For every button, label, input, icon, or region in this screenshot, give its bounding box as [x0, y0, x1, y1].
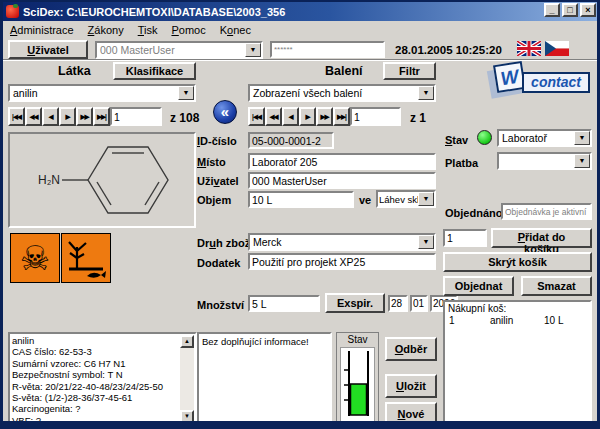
- user-button[interactable]: Uživatel: [8, 40, 88, 59]
- info-line: Sumární vzorec: C6 H7 N1: [12, 358, 193, 369]
- environment-hazard-icon: [61, 233, 111, 283]
- klasifikace-button[interactable]: Klasifikace: [113, 62, 196, 80]
- fast-next-icon[interactable]: ▶▶: [76, 107, 93, 126]
- collapse-panel-icon[interactable]: «: [213, 100, 237, 124]
- info-line: Karcinogenita: ?: [12, 403, 193, 414]
- dodatek-label: Dodatek: [197, 257, 240, 269]
- first-record-icon[interactable]: |◀◀: [8, 107, 25, 126]
- objednano-field: [501, 203, 592, 220]
- uzivatel-field[interactable]: [248, 172, 436, 189]
- user-combo-value: 000 MasterUser: [97, 43, 245, 57]
- substance-combo[interactable]: anilin ▼: [8, 84, 196, 102]
- nove-button[interactable]: Nové: [385, 402, 437, 426]
- substance-info-list[interactable]: anilin CAS číslo: 62-53-3 Sumární vzorec…: [8, 332, 197, 426]
- platba-combo-value: [499, 154, 574, 168]
- english-flag-icon[interactable]: [517, 41, 541, 58]
- gauge-title: Stav: [337, 333, 378, 345]
- note-area[interactable]: Bez doplňující informace!: [197, 332, 332, 426]
- container-combo[interactable]: Láhev sklo ▼: [376, 190, 436, 208]
- hide-cart-button[interactable]: Skrýt košík: [443, 252, 592, 272]
- objednano-label: Objednáno: [445, 207, 502, 219]
- prev-record-icon[interactable]: ◀: [42, 107, 59, 126]
- scroll-up-icon[interactable]: ▲: [180, 335, 194, 348]
- wcontact-logo: W contact: [487, 60, 593, 102]
- packaging-record-index[interactable]: [350, 107, 401, 126]
- menu-konec[interactable]: Konec: [213, 23, 258, 37]
- czech-flag-icon[interactable]: [545, 41, 569, 58]
- scroll-down-icon[interactable]: ▼: [180, 410, 194, 423]
- latka-section-title: Látka: [58, 64, 91, 78]
- substance-combo-value: anilin: [10, 86, 178, 100]
- info-line: VBF: ?: [12, 415, 193, 426]
- odber-button[interactable]: Odběr: [385, 337, 437, 361]
- dodatek-field[interactable]: [248, 253, 436, 270]
- cylinder-gauge-icon: [341, 348, 375, 424]
- chevron-down-icon[interactable]: ▼: [418, 86, 434, 100]
- status-indicator-icon: [477, 130, 492, 145]
- cart-item-qty: 1: [449, 315, 455, 327]
- chevron-down-icon[interactable]: ▼: [245, 43, 261, 57]
- first-record-icon[interactable]: |◀◀: [248, 107, 265, 126]
- chevron-down-icon[interactable]: ▼: [574, 154, 590, 168]
- packaging-view-combo[interactable]: Zobrazení všech balení ▼: [248, 84, 436, 102]
- svg-text:H₂N: H₂N: [38, 173, 60, 187]
- filtr-button[interactable]: Filtr: [383, 62, 436, 80]
- delete-button[interactable]: Smazat: [521, 276, 592, 296]
- info-scrollbar[interactable]: ▲ ▼: [180, 335, 194, 423]
- info-line: anilin: [12, 335, 193, 346]
- last-record-icon[interactable]: ▶▶|: [93, 107, 110, 126]
- stav-label: Stav: [445, 134, 468, 146]
- note-text: Bez doplňující informace!: [202, 336, 309, 347]
- prev-record-icon[interactable]: ◀: [282, 107, 299, 126]
- expir-month-field[interactable]: [410, 295, 428, 312]
- next-record-icon[interactable]: ▶: [59, 107, 76, 126]
- druh-zbozi-label: Druh zboží: [197, 237, 253, 249]
- cart-qty-field[interactable]: [443, 229, 487, 247]
- password-field[interactable]: [270, 41, 385, 58]
- fast-next-icon[interactable]: ▶▶: [316, 107, 333, 126]
- ve-label: ve: [359, 194, 371, 206]
- cart-item-volume: 10 L: [544, 315, 563, 327]
- chevron-down-icon[interactable]: ▼: [418, 235, 434, 249]
- fast-prev-icon[interactable]: ◀◀: [265, 107, 282, 126]
- menu-tisk[interactable]: Tisk: [131, 23, 165, 37]
- platba-combo[interactable]: ▼: [497, 152, 592, 170]
- menu-bar: Administrace Zákony Tisk Pomoc Konec: [3, 21, 597, 38]
- menu-administrace[interactable]: Administrace: [3, 23, 81, 37]
- druh-zbozi-combo[interactable]: Merck ▼: [248, 233, 436, 251]
- objem-field[interactable]: [248, 191, 354, 208]
- datetime-display: 28.01.2005 10:25:20: [395, 44, 502, 56]
- chevron-down-icon[interactable]: ▼: [574, 131, 590, 145]
- stav-combo[interactable]: Laboratoř ▼: [497, 129, 592, 147]
- fast-prev-icon[interactable]: ◀◀: [25, 107, 42, 126]
- logo-contact: contact: [522, 72, 590, 93]
- cart-list[interactable]: Nákupní koš: 1 anilin 10 L: [443, 300, 592, 426]
- order-button[interactable]: Objednat: [443, 276, 514, 296]
- chevron-down-icon[interactable]: ▼: [178, 86, 194, 100]
- toxic-hazard-icon: ☠: [10, 233, 60, 283]
- mnozstvi-label: Množství: [197, 299, 244, 311]
- close-icon[interactable]: ×: [580, 3, 596, 17]
- last-record-icon[interactable]: ▶▶|: [333, 107, 350, 126]
- cart-list-title: Nákupní koš:: [448, 303, 587, 315]
- minimize-icon[interactable]: _: [544, 3, 560, 17]
- menu-pomoc[interactable]: Pomoc: [164, 23, 212, 37]
- expir-day-field[interactable]: [388, 295, 408, 312]
- add-to-cart-button[interactable]: Přidat do košíku: [491, 228, 592, 248]
- user-combo[interactable]: 000 MasterUser ▼: [95, 41, 263, 59]
- substance-record-index[interactable]: [110, 107, 162, 126]
- packaging-nav: |◀◀◀◀◀▶▶▶▶▶|: [248, 107, 350, 126]
- ulozit-button[interactable]: Uložit: [385, 374, 437, 398]
- misto-field[interactable]: [248, 153, 436, 170]
- info-line: S-věta: (1/2-)28-36/37-45-61: [12, 392, 193, 403]
- window-controls: _ □ ×: [544, 3, 596, 17]
- maximize-icon[interactable]: □: [562, 3, 578, 17]
- container-combo-value: Láhev sklo: [378, 192, 418, 206]
- title-bar: SciDex: C:\EUROCHEMTOXI\DATABASE\2003_35…: [3, 2, 597, 21]
- next-record-icon[interactable]: ▶: [299, 107, 316, 126]
- chevron-down-icon[interactable]: ▼: [418, 192, 434, 206]
- exspir-button[interactable]: Exspir.: [325, 293, 385, 313]
- menu-zakony[interactable]: Zákony: [81, 23, 131, 37]
- mnozstvi-field[interactable]: [248, 295, 320, 312]
- info-line: CAS číslo: 62-53-3: [12, 346, 193, 357]
